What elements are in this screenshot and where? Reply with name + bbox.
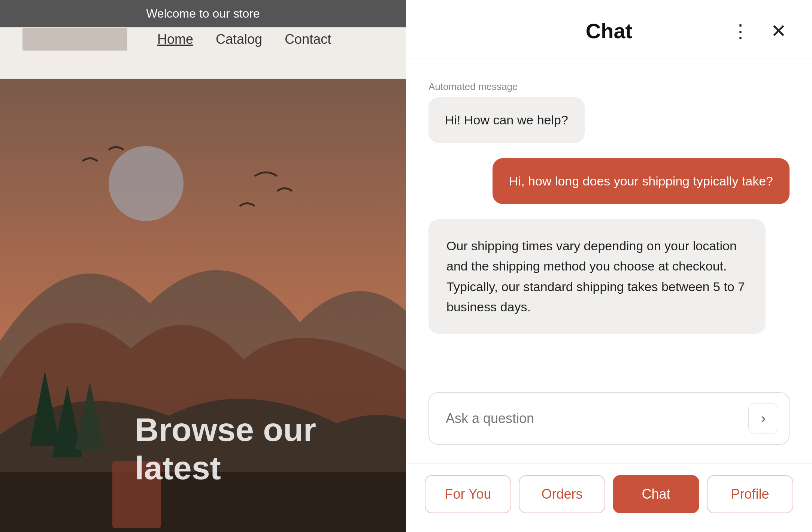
chat-header: Chat ⋮ ✕ [406,0,812,58]
automated-message-bubble: Hi! How can we help? [428,97,585,143]
svg-point-1 [109,146,184,221]
automated-message: Automated message Hi! How can we help? [428,81,585,143]
store-banner: Welcome to our store [0,0,406,27]
send-button[interactable]: › [748,403,778,433]
user-message-bubble: Hi, how long does your shipping typicall… [493,158,790,204]
chat-input-area: › [406,381,812,463]
chat-input-wrapper: › [428,392,790,445]
chat-bottom-nav: For You Orders Chat Profile [406,463,812,532]
tab-chat[interactable]: Chat [613,475,699,513]
nav-contact[interactable]: Contact [285,31,331,47]
store-panel: Welcome to our store Home Catalog Contac… [0,0,406,532]
store-nav: Home Catalog Contact [157,31,331,47]
browse-text: Browse our latest [135,411,406,487]
tab-for-you[interactable]: For You [425,475,511,513]
automated-message-label: Automated message [428,81,585,93]
tab-profile[interactable]: Profile [707,475,793,513]
user-message: Hi, how long does your shipping typicall… [493,158,790,204]
chat-messages: Automated message Hi! How can we help? H… [406,58,812,381]
close-button[interactable]: ✕ [768,19,790,43]
chat-panel: Chat ⋮ ✕ Automated message Hi! How can w… [406,0,812,532]
nav-home[interactable]: Home [157,31,193,47]
nav-catalog[interactable]: Catalog [216,31,262,47]
tab-orders[interactable]: Orders [519,475,605,513]
chat-header-actions: ⋮ ✕ [728,19,790,43]
chat-title: Chat [586,19,632,43]
bot-reply-message: Our shipping times vary depending on you… [428,219,766,334]
more-options-button[interactable]: ⋮ [728,19,753,43]
bot-reply-bubble: Our shipping times vary depending on you… [428,219,766,334]
store-logo [22,28,127,51]
chat-input[interactable] [446,411,741,426]
